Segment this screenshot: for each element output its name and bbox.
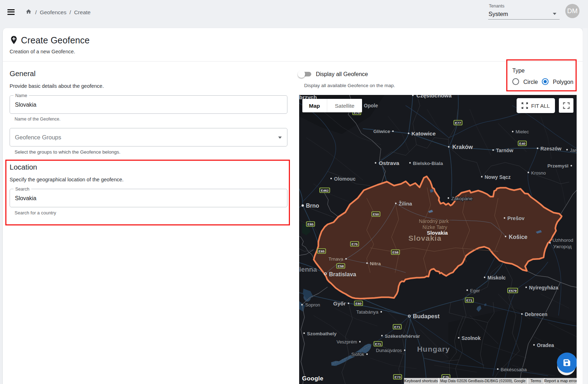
svg-text:Szombathely: Szombathely bbox=[307, 331, 337, 336]
svg-text:Rzeszów: Rzeszów bbox=[540, 146, 561, 151]
svg-text:Vienna: Vienna bbox=[299, 266, 317, 273]
svg-text:Terms: Terms bbox=[530, 379, 541, 383]
svg-text:Zakopane: Zakopane bbox=[451, 196, 473, 201]
svg-text:E40: E40 bbox=[519, 142, 525, 145]
svg-text:Częstochowa: Częstochowa bbox=[416, 95, 452, 98]
svg-text:Ostrava: Ostrava bbox=[379, 160, 399, 166]
svg-text:Miskolc: Miskolc bbox=[487, 275, 506, 281]
svg-text:Uzhhorod: Uzhhorod bbox=[552, 238, 573, 243]
svg-text:Report a map error: Report a map error bbox=[544, 379, 577, 383]
svg-text:Map: Map bbox=[309, 103, 320, 109]
svg-text:Olomouc: Olomouc bbox=[334, 176, 356, 182]
svg-text:Trnava: Trnava bbox=[328, 256, 343, 262]
svg-text:E65: E65 bbox=[319, 249, 325, 253]
svg-text:Opole: Opole bbox=[364, 103, 378, 108]
svg-text:E75: E75 bbox=[352, 242, 358, 246]
svg-text:Szolnok: Szolnok bbox=[462, 335, 481, 341]
svg-text:Ужгород: Ужгород bbox=[553, 244, 572, 249]
svg-text:Map Data ©2026 GeoBasis-DE/BKG: Map Data ©2026 GeoBasis-DE/BKG (©2009), … bbox=[440, 379, 525, 383]
svg-text:Katowice: Katowice bbox=[411, 130, 436, 137]
svg-text:Nízke Tatry: Nízke Tatry bbox=[422, 224, 447, 230]
svg-text:Kraków: Kraków bbox=[452, 144, 473, 150]
svg-text:Keyboard shortcuts: Keyboard shortcuts bbox=[404, 379, 438, 383]
svg-text:Budapest: Budapest bbox=[413, 313, 440, 319]
svg-text:Dunaújváros: Dunaújváros bbox=[376, 348, 402, 353]
svg-text:E71: E71 bbox=[375, 342, 382, 346]
svg-text:Bratislava: Bratislava bbox=[329, 271, 356, 277]
svg-text:E58: E58 bbox=[338, 264, 344, 268]
svg-text:Nowy Sącz: Nowy Sącz bbox=[485, 174, 511, 180]
svg-text:E58: E58 bbox=[393, 250, 399, 254]
svg-text:Jaro: Jaro bbox=[570, 148, 577, 153]
svg-text:Békéscsaba: Békéscsaba bbox=[501, 367, 527, 372]
svg-text:Hungary: Hungary bbox=[417, 345, 450, 353]
svg-text:Košice: Košice bbox=[509, 234, 528, 240]
svg-text:Satellite: Satellite bbox=[335, 103, 354, 109]
svg-text:E77: E77 bbox=[455, 121, 461, 125]
svg-text:Mielec: Mielec bbox=[516, 129, 529, 134]
svg-text:FIT ALL: FIT ALL bbox=[531, 103, 550, 109]
svg-text:Bielsko-Biala: Bielsko-Biala bbox=[413, 161, 443, 166]
svg-text:Eger: Eger bbox=[470, 288, 480, 293]
svg-text:Žilina: Žilina bbox=[399, 201, 412, 207]
svg-text:Prešov: Prešov bbox=[507, 215, 524, 221]
svg-text:Brno: Brno bbox=[306, 203, 319, 209]
svg-text:E71: E71 bbox=[394, 325, 401, 329]
svg-text:Krosno: Krosno bbox=[531, 170, 546, 176]
svg-text:Google: Google bbox=[302, 375, 323, 382]
svg-text:Oradea: Oradea bbox=[537, 342, 554, 348]
svg-text:Tatabánya: Tatabánya bbox=[356, 309, 379, 315]
svg-text:Gliwice: Gliwice bbox=[373, 129, 390, 134]
svg-text:Tarnów: Tarnów bbox=[496, 148, 513, 153]
svg-text:Slovakia: Slovakia bbox=[408, 234, 441, 242]
svg-text:Debrecen: Debrecen bbox=[525, 311, 547, 317]
svg-text:E65: E65 bbox=[308, 222, 314, 226]
svg-text:E60: E60 bbox=[356, 302, 362, 305]
svg-text:Sopron: Sopron bbox=[305, 302, 320, 308]
svg-text:Národný park: Národný park bbox=[419, 218, 449, 224]
svg-text:Győr: Győr bbox=[333, 300, 346, 306]
svg-text:Przemyśl: Przemyśl bbox=[547, 163, 568, 169]
svg-text:Nitra: Nitra bbox=[370, 261, 381, 266]
svg-text:E71: E71 bbox=[466, 298, 473, 302]
svg-text:E50: E50 bbox=[373, 212, 379, 216]
svg-text:E462: E462 bbox=[321, 188, 329, 192]
svg-text:Székesfehérvár: Székesfehérvár bbox=[385, 334, 420, 339]
svg-text:Nyíregyháza: Nyíregyháza bbox=[529, 285, 559, 290]
svg-text:E73: E73 bbox=[395, 375, 401, 379]
svg-text:Siófok: Siófok bbox=[351, 352, 365, 357]
svg-text:Veszprém: Veszprém bbox=[336, 339, 357, 345]
svg-text:E579: E579 bbox=[509, 289, 517, 293]
